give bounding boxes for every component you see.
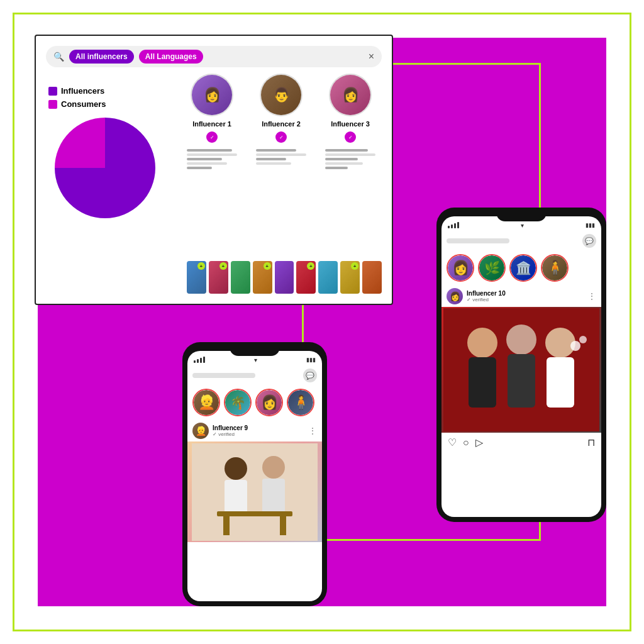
story-1[interactable]: 👱 [192, 389, 220, 416]
phone-left-notch [230, 342, 280, 356]
story-r4[interactable]: 🧍 [541, 254, 569, 282]
legend-dot-consumers [48, 100, 57, 109]
phone-right-frame: ▾ ▮▮▮ 💬 👩 🌿 🏛️ [436, 208, 606, 522]
svg-point-16 [579, 336, 587, 343]
post-header-right: 👩 Influencer 10 ✓ verified ⋮ [441, 286, 601, 307]
thumb-1: + [187, 261, 206, 294]
svg-point-15 [570, 341, 580, 351]
svg-rect-6 [223, 516, 230, 535]
status-icons-right: ▾ [521, 222, 524, 229]
influencer-2-icon: ✓ [275, 131, 287, 143]
svg-rect-10 [469, 357, 496, 408]
phone-left-screen: ▾ ▮▮▮ 💬 👱 🌴 👩 � [187, 351, 322, 601]
wifi-icon-right: ▾ [521, 222, 524, 229]
search-icon: 🔍 [53, 52, 64, 62]
svg-point-3 [262, 456, 285, 479]
phone-left-frame: ▾ ▮▮▮ 💬 👱 🌴 👩 � [182, 342, 327, 606]
story-r3[interactable]: 🏛️ [509, 254, 537, 282]
svg-rect-0 [192, 443, 318, 541]
messenger-icon-left[interactable]: 💬 [303, 369, 317, 382]
thumb-9 [362, 261, 382, 294]
svg-rect-12 [508, 354, 535, 408]
tag-all-languages[interactable]: All Languages [139, 50, 203, 64]
legend-label-influencers: Influencers [61, 86, 104, 96]
thumb-6: + [296, 261, 316, 294]
post-verified-left: ✓ verified [213, 431, 304, 437]
svg-rect-2 [225, 480, 247, 514]
wifi-icon: ▾ [254, 357, 257, 364]
thumb-plus-1: + [197, 262, 205, 270]
influencer-col-3: 👩 Influencer 3 ✓ [325, 74, 375, 172]
thumb-2: + [209, 261, 228, 294]
thumb-plus-4: + [264, 262, 271, 270]
post-dots-left[interactable]: ⋮ [308, 426, 317, 436]
battery-icon-right: ▮▮▮ [586, 222, 595, 228]
legend-consumers: Consumers [48, 99, 106, 109]
svg-point-9 [467, 328, 497, 358]
influencer-2-bars [256, 147, 306, 167]
search-bar[interactable]: 🔍 All influencers All Languages × [46, 46, 382, 67]
influencer-3-icon: ✓ [345, 131, 356, 143]
close-icon[interactable]: × [369, 51, 374, 62]
signal-bars-right [448, 222, 459, 228]
post-dots-right[interactable]: ⋮ [587, 291, 596, 301]
legend-dot-influencers [48, 87, 57, 96]
phone-right-header: 💬 [441, 231, 601, 250]
legend-influencers: Influencers [48, 86, 106, 96]
post-verified-right: ✓ verified [467, 297, 584, 303]
svg-rect-14 [547, 357, 574, 408]
avatar-influencer-1: 👩 [191, 74, 233, 116]
phone-right: ▾ ▮▮▮ 💬 👩 🌿 🏛️ [436, 208, 606, 522]
influencer-1-icon: ✓ [206, 131, 218, 143]
thumb-7 [318, 261, 338, 294]
bookmark-icon[interactable]: ⊓ [587, 436, 595, 448]
story-r1[interactable]: 👩 [447, 254, 474, 282]
status-icons: ▾ [254, 357, 257, 364]
thumbnail-strip: + + + + + [187, 261, 382, 294]
phone-left: ▾ ▮▮▮ 💬 👱 🌴 👩 � [182, 342, 327, 606]
thumb-5 [275, 261, 294, 294]
share-icon[interactable]: ▷ [475, 436, 483, 448]
stories-row-right: 👩 🌿 🏛️ 🧍 [441, 250, 601, 286]
like-icon[interactable]: ♡ [448, 436, 457, 448]
story-3[interactable]: 👩 [255, 389, 283, 416]
influencer-3-bars [325, 147, 375, 172]
signal-bars [194, 357, 205, 363]
story-2[interactable]: 🌴 [224, 389, 252, 416]
influencer-1-name: Influencer 1 [192, 120, 231, 128]
thumb-plus-2: + [219, 262, 227, 270]
story-r2[interactable]: 🌿 [478, 254, 506, 282]
svg-rect-5 [217, 511, 292, 516]
influencer-col-1: 👩 Influencer 1 ✓ [187, 74, 237, 172]
avatar-influencer-2: 👨 [260, 74, 303, 116]
thumb-8: + [340, 261, 360, 294]
comment-icon[interactable]: ○ [463, 437, 469, 448]
post-image-left [187, 441, 322, 542]
phone-right-screen: ▾ ▮▮▮ 💬 👩 🌿 🏛️ [441, 216, 601, 517]
legend-label-consumers: Consumers [61, 99, 106, 109]
post-name-left: Influencer 9 [213, 425, 304, 431]
svg-point-11 [506, 325, 536, 355]
messenger-icon-right[interactable]: 💬 [582, 234, 596, 248]
svg-rect-7 [280, 516, 286, 535]
influencers-section: 👩 Influencer 1 ✓ 👨 Influencer 2 ✓ [187, 74, 375, 172]
influencer-col-2: 👨 Influencer 2 ✓ [256, 74, 306, 172]
thumb-3 [231, 261, 250, 294]
stories-row-left: 👱 🌴 👩 🧍 [187, 385, 322, 420]
svg-point-1 [225, 457, 247, 480]
battery-icon: ▮▮▮ [306, 357, 316, 363]
avatar-influencer-3: 👩 [329, 74, 372, 116]
svg-point-13 [545, 328, 575, 358]
legend: Influencers Consumers [48, 86, 106, 109]
post-name-right: Influencer 10 [467, 290, 584, 297]
story-4[interactable]: 🧍 [287, 389, 314, 416]
influencer-1-bars [187, 147, 237, 172]
post-image-right [441, 307, 601, 433]
pie-chart [48, 111, 162, 225]
influencer-3-name: Influencer 3 [331, 120, 370, 128]
influencer-2-name: Influencer 2 [262, 120, 301, 128]
thumb-4: + [253, 261, 272, 294]
phone-right-notch [496, 208, 547, 221]
header-placeholder-right [447, 238, 509, 243]
tag-all-influencers[interactable]: All influencers [69, 50, 134, 64]
